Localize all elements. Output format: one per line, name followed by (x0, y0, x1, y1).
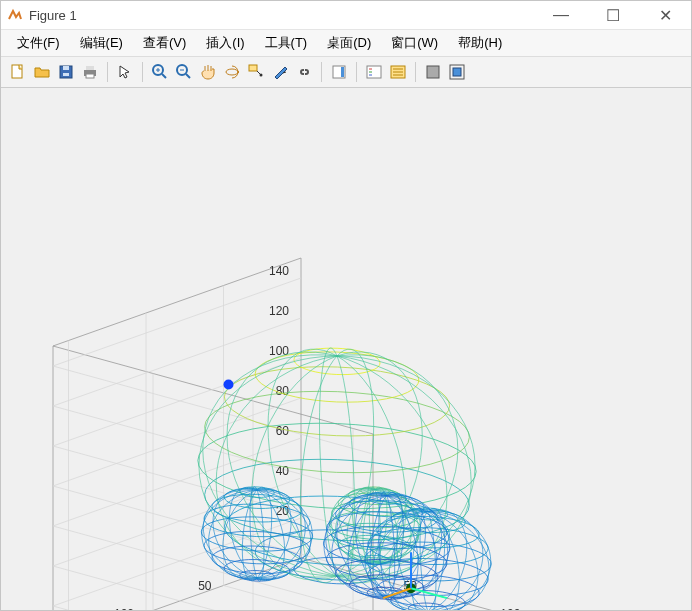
menu-edit[interactable]: 编辑(E) (72, 32, 131, 54)
svg-line-8 (162, 74, 166, 78)
print-icon[interactable] (79, 61, 101, 83)
svg-line-46 (53, 398, 301, 486)
toolbar-separator (142, 62, 143, 82)
zoom-in-icon[interactable] (149, 61, 171, 83)
brush-icon[interactable] (269, 61, 291, 83)
svg-text:100: 100 (114, 607, 134, 610)
svg-rect-5 (86, 66, 94, 70)
menu-view[interactable]: 查看(V) (135, 32, 194, 54)
svg-rect-6 (86, 74, 94, 78)
svg-rect-30 (453, 68, 461, 76)
svg-line-33 (53, 258, 301, 346)
svg-point-79 (224, 380, 234, 390)
menu-help[interactable]: 帮助(H) (450, 32, 510, 54)
menu-file[interactable]: 文件(F) (9, 32, 68, 54)
figure-window: Figure 1 — ☐ ✕ 文件(F) 编辑(E) 查看(V) 插入(I) 工… (0, 0, 692, 611)
data-cursor-icon[interactable] (245, 61, 267, 83)
svg-rect-19 (341, 67, 344, 77)
plot-canvas: 204060801001201405010015050100150 (1, 88, 691, 610)
save-icon[interactable] (55, 61, 77, 83)
menubar: 文件(F) 编辑(E) 查看(V) 插入(I) 工具(T) 桌面(D) 窗口(W… (1, 30, 691, 57)
minimize-button[interactable]: — (541, 6, 581, 25)
axes-3d[interactable]: 204060801001201405010015050100150 (1, 88, 691, 610)
toolbar-separator (356, 62, 357, 82)
svg-line-41 (53, 606, 373, 610)
toolbar (1, 57, 691, 88)
maximize-button[interactable]: ☐ (593, 6, 633, 25)
svg-rect-2 (63, 66, 69, 70)
menu-tools[interactable]: 工具(T) (257, 32, 316, 54)
svg-text:100: 100 (500, 607, 520, 610)
titlebar: Figure 1 — ☐ ✕ (1, 1, 691, 30)
svg-rect-15 (249, 65, 257, 71)
hide-tools-icon[interactable] (422, 61, 444, 83)
toolbar-separator (107, 62, 108, 82)
menu-desktop[interactable]: 桌面(D) (319, 32, 379, 54)
svg-text:80: 80 (276, 384, 290, 398)
link-icon[interactable] (293, 61, 315, 83)
svg-point-14 (226, 69, 238, 75)
pointer-icon[interactable] (114, 61, 136, 83)
colorbar-icon[interactable] (328, 61, 350, 83)
pan-icon[interactable] (197, 61, 219, 83)
new-file-icon[interactable] (7, 61, 29, 83)
svg-line-44 (53, 438, 301, 526)
svg-point-17 (260, 74, 263, 77)
window-title: Figure 1 (29, 8, 541, 23)
svg-text:50: 50 (198, 579, 212, 593)
svg-rect-3 (63, 73, 69, 76)
svg-line-37 (53, 346, 373, 434)
svg-line-43 (53, 566, 373, 610)
open-icon[interactable] (31, 61, 53, 83)
menu-window[interactable]: 窗口(W) (383, 32, 446, 54)
svg-line-12 (186, 74, 190, 78)
plot-tools-icon[interactable] (387, 61, 409, 83)
svg-text:120: 120 (269, 304, 289, 318)
toolbar-separator (415, 62, 416, 82)
window-controls: — ☐ ✕ (541, 6, 685, 25)
svg-rect-28 (427, 66, 439, 78)
svg-line-48 (53, 358, 301, 446)
svg-line-50 (53, 318, 301, 406)
menu-insert[interactable]: 插入(I) (198, 32, 252, 54)
close-button[interactable]: ✕ (645, 6, 685, 25)
toolbar-separator (321, 62, 322, 82)
matlab-icon (7, 7, 23, 23)
rotate3d-icon[interactable] (221, 61, 243, 83)
dock-icon[interactable] (446, 61, 468, 83)
svg-rect-0 (12, 65, 22, 78)
legend-icon[interactable] (363, 61, 385, 83)
svg-text:140: 140 (269, 264, 289, 278)
svg-line-52 (53, 278, 301, 366)
zoom-out-icon[interactable] (173, 61, 195, 83)
